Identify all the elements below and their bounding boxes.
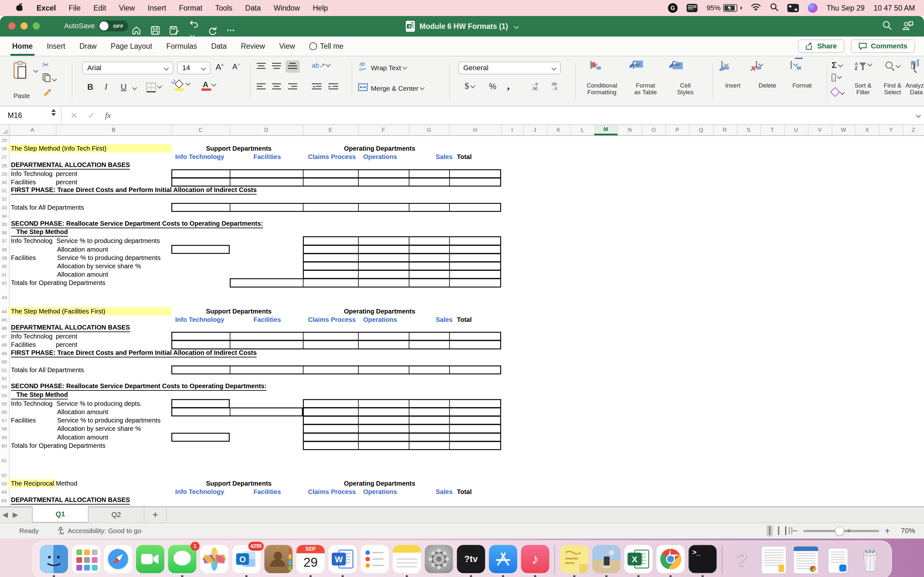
- grammarly-icon[interactable]: G: [668, 3, 678, 13]
- sort-filter-chevron[interactable]: [867, 61, 873, 67]
- row-header-29[interactable]: 29: [0, 171, 8, 176]
- comments-button[interactable]: Comments: [851, 39, 915, 53]
- zoom-level[interactable]: 70%: [896, 527, 915, 535]
- presence-icon[interactable]: [902, 21, 914, 33]
- bordered-cell-range[interactable]: [171, 169, 501, 178]
- menu-tools[interactable]: Tools: [209, 4, 239, 13]
- row-header-25[interactable]: 25: [0, 137, 8, 143]
- row-header-38[interactable]: 38: [0, 247, 8, 252]
- sheet-tab-q2[interactable]: Q2: [89, 507, 144, 522]
- dock-stickies-icon[interactable]: [558, 541, 590, 577]
- zoom-slider[interactable]: [803, 530, 879, 532]
- bordered-cell-range[interactable]: [171, 340, 501, 349]
- home-icon[interactable]: [132, 26, 141, 35]
- bordered-cell-range[interactable]: [303, 441, 501, 450]
- merge-center-chevron[interactable]: [420, 85, 425, 90]
- dock-window1-icon[interactable]: [758, 541, 790, 577]
- row-header-40[interactable]: 40: [0, 263, 8, 269]
- dock-notes-icon[interactable]: [391, 541, 423, 577]
- column-header-M[interactable]: M: [594, 125, 618, 135]
- tab-tell-me[interactable]: Tell me: [302, 37, 351, 56]
- dock-appstore-icon[interactable]: [487, 541, 519, 577]
- format-painter-icon[interactable]: [42, 87, 51, 98]
- insert-cells-chevron[interactable]: [724, 61, 729, 67]
- column-header-N[interactable]: N: [618, 125, 642, 135]
- row-header-45[interactable]: 45: [0, 317, 8, 322]
- sheet-tab-q1[interactable]: Q1: [32, 506, 89, 522]
- tab-formulas[interactable]: Formulas: [159, 37, 204, 56]
- row-header-42[interactable]: 42: [0, 280, 8, 285]
- dock-photos-icon[interactable]: [198, 541, 230, 577]
- bordered-cell-range[interactable]: [171, 399, 230, 408]
- dock-imagecapture-icon[interactable]: [590, 541, 622, 577]
- delete-cells-icon[interactable]: ✕: [756, 61, 762, 69]
- paste-dropdown-chevron[interactable]: [33, 68, 39, 73]
- document-title[interactable]: Module 6 HW Formats (1): [419, 22, 508, 31]
- wrap-text-chevron[interactable]: [402, 65, 407, 70]
- dock-outlook-icon[interactable]: O4295: [230, 541, 262, 577]
- minimize-window-button[interactable]: [21, 23, 27, 29]
- merge-center-button[interactable]: Merge & Center: [371, 85, 424, 92]
- clear-chevron[interactable]: [840, 90, 845, 95]
- fill-color-chevron[interactable]: [186, 81, 191, 86]
- copy-icon[interactable]: [42, 73, 56, 84]
- sort-filter-icon[interactable]: AZ: [855, 61, 872, 71]
- row-header-54[interactable]: 54: [0, 392, 8, 398]
- bordered-cell-range[interactable]: [171, 366, 501, 374]
- wifi-icon[interactable]: [751, 3, 761, 13]
- siri-icon[interactable]: [808, 3, 817, 13]
- insert-cells-icon[interactable]: ⇐: [721, 61, 728, 69]
- more-options-icon[interactable]: ⋯: [226, 25, 236, 35]
- row-header-56[interactable]: 56: [0, 409, 8, 415]
- share-button[interactable]: Share: [798, 39, 845, 53]
- menu-insert[interactable]: Insert: [141, 4, 173, 13]
- battery-status[interactable]: 95%: [706, 4, 742, 12]
- column-header-T[interactable]: T: [760, 125, 785, 135]
- dock-music-icon[interactable]: ♪: [519, 541, 551, 577]
- row-header-30[interactable]: 30: [0, 179, 8, 185]
- dock-settings-icon[interactable]: [423, 541, 455, 577]
- column-header-O[interactable]: O: [642, 125, 666, 135]
- dock-finder-icon[interactable]: [38, 541, 70, 577]
- align-center-icon[interactable]: [272, 83, 281, 92]
- row-header-31[interactable]: 31: [0, 188, 8, 193]
- format-cells-icon[interactable]: [790, 61, 797, 69]
- column-header-K[interactable]: K: [547, 125, 571, 135]
- accounting-chevron[interactable]: [470, 83, 475, 89]
- underline-button[interactable]: U: [121, 82, 127, 92]
- accounting-format-button[interactable]: $: [465, 81, 475, 91]
- bordered-cell-range[interactable]: [303, 399, 501, 408]
- add-sheet-button[interactable]: +: [144, 507, 167, 522]
- dock-reminders-icon[interactable]: [359, 541, 391, 577]
- dock-excel-icon[interactable]: X: [622, 541, 654, 577]
- column-header-B[interactable]: B: [56, 125, 172, 135]
- row-header-28[interactable]: 28: [0, 163, 8, 168]
- row-header-60[interactable]: 60: [0, 443, 8, 448]
- dock-calendar-icon[interactable]: SEP29: [294, 541, 326, 577]
- dock-word-icon[interactable]: W: [326, 541, 359, 577]
- row-header-52[interactable]: 52: [0, 376, 8, 381]
- tab-data[interactable]: Data: [204, 37, 234, 56]
- row-header-26[interactable]: 26: [0, 146, 8, 151]
- tab-review[interactable]: Review: [234, 37, 272, 56]
- column-header-H[interactable]: H: [449, 125, 502, 135]
- italic-button[interactable]: I: [105, 82, 107, 92]
- page-break-view-button[interactable]: [785, 527, 787, 535]
- find-select-icon[interactable]: [885, 61, 900, 70]
- fill-button[interactable]: ↓: [832, 74, 841, 81]
- decrease-decimal-button[interactable]: .00→0: [551, 82, 557, 91]
- column-header-Z[interactable]: Z: [903, 125, 924, 135]
- bordered-cell-range[interactable]: [303, 424, 501, 433]
- close-window-button[interactable]: [8, 23, 15, 29]
- search-icon[interactable]: [882, 21, 892, 33]
- row-header-43[interactable]: 43: [0, 294, 8, 300]
- spotlight-icon[interactable]: [770, 3, 779, 13]
- title-dropdown-chevron[interactable]: [514, 24, 519, 29]
- menu-window[interactable]: Window: [267, 4, 306, 13]
- menu-date[interactable]: Thu Sep 29: [827, 4, 865, 13]
- bordered-cell-range[interactable]: [171, 408, 303, 416]
- autosave-control[interactable]: AutoSave OFF: [64, 21, 128, 31]
- analyze-data-icon[interactable]: [911, 61, 914, 69]
- row-header-32[interactable]: 32: [0, 196, 8, 201]
- column-header-Y[interactable]: Y: [879, 125, 903, 135]
